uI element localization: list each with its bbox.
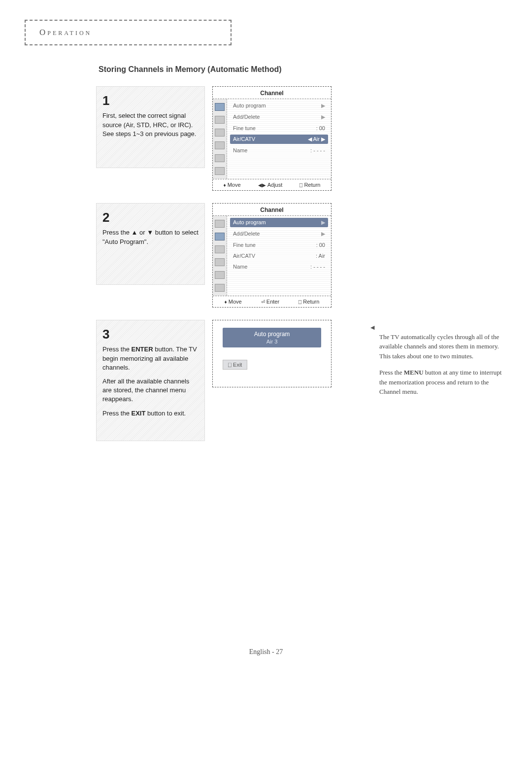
- step-1-number: 1: [102, 92, 199, 109]
- osd2-navbar: ♦Move ⏎Enter ⎕Return: [213, 296, 331, 307]
- settings-icon: [215, 167, 225, 175]
- section-header-box: Operation: [25, 20, 232, 45]
- antenna-icon: [215, 233, 225, 241]
- osd2-row-autoprogram-selected: Auto program▶: [230, 218, 328, 227]
- dialog-badge: Auto program Air 3: [223, 328, 321, 347]
- side-note-p1: The TV automatically cycles through all …: [379, 332, 507, 361]
- step-3-row: 3 Press the ENTER button. The TV begin m…: [96, 320, 507, 441]
- osd1-row-name: Name: - - - -: [230, 146, 328, 155]
- list-icon: [215, 129, 225, 137]
- step-3-number: 3: [102, 325, 199, 343]
- speaker-icon: [215, 141, 225, 149]
- step-2-arrows: ▲ or ▼: [132, 229, 154, 236]
- leftright-icon: ◀▶: [258, 182, 266, 188]
- updown-icon: ♦: [225, 299, 227, 305]
- osd1-title: Channel: [213, 87, 331, 99]
- step-2-box: 2 Press the ▲ or ▼ button to select "Aut…: [96, 203, 205, 285]
- dialog-sub: Air 3: [223, 339, 321, 344]
- dialog-exit: ⎕ Exit: [223, 360, 247, 370]
- step-2-row: 2 Press the ▲ or ▼ button to select "Aut…: [96, 203, 507, 308]
- step-2-text-a: Press the: [102, 229, 132, 236]
- tools-icon: [215, 271, 225, 279]
- step-3-p3a: Press the: [102, 410, 132, 417]
- settings-icon: [215, 284, 225, 292]
- list-icon: [215, 245, 225, 253]
- return-icon: ⎕: [299, 182, 302, 188]
- osd2-row-adddelete: Add/Delete▶: [230, 229, 328, 239]
- return-icon: ⎕: [299, 299, 301, 305]
- osd1-row-autoprogram: Auto program▶: [230, 101, 328, 110]
- nav-move: ♦Move: [224, 182, 241, 188]
- osd-screenshot-3: Auto program Air 3 ⎕ Exit: [212, 320, 332, 387]
- step-1-row: 1 First, select the correct signal sourc…: [96, 86, 507, 191]
- step-3-p1a: Press the: [102, 345, 132, 353]
- osd-screenshot-1: Channel Auto program▶ Add/Delete▶ Fine t…: [212, 86, 332, 191]
- enter-icon: ⏎: [261, 299, 265, 305]
- section-header: Operation: [39, 28, 92, 37]
- side-note: The TV automatically cycles through all …: [370, 322, 507, 397]
- osd1-row-adddelete: Add/Delete▶: [230, 112, 328, 122]
- nav-enter: ⏎Enter: [261, 299, 279, 305]
- antenna-icon: [215, 116, 225, 124]
- step-3-box: 3 Press the ENTER button. The TV begin m…: [96, 320, 205, 441]
- tv-icon: [215, 103, 225, 111]
- page-footer: English - 27: [25, 648, 507, 656]
- speaker-icon: [215, 258, 225, 266]
- step-2-number: 2: [102, 208, 199, 226]
- osd2-title: Channel: [213, 204, 331, 216]
- dialog-title: Auto program: [254, 331, 290, 338]
- tv-icon: [215, 220, 225, 228]
- step-3-enter: ENTER: [132, 345, 153, 353]
- osd2-row-aircatv: Air/CATV: Air: [230, 251, 328, 260]
- step-3-p3b: button to exit.: [145, 410, 186, 417]
- nav-return: ⎕Return: [299, 299, 319, 305]
- osd2-row-name: Name: - - - -: [230, 262, 328, 271]
- osd2-row-finetune: Fine tune: 00: [230, 241, 328, 249]
- step-3-p2: After all the available channels are sto…: [102, 378, 189, 403]
- page-title: Storing Channels in Memory (Automatic Me…: [99, 65, 507, 74]
- tools-icon: [215, 154, 225, 162]
- osd1-row-aircatv-selected: Air/CATV◀ Air ▶: [230, 135, 328, 144]
- step-3-exit: EXIT: [132, 410, 146, 417]
- side-note-p2: Press the MENU button at any time to int…: [379, 368, 507, 397]
- nav-adjust: ◀▶Adjust: [258, 182, 283, 188]
- osd-screenshot-2: Channel Auto program▶ Add/Delete▶ Fine t…: [212, 203, 332, 308]
- updown-icon: ♦: [224, 182, 226, 188]
- step-1-box: 1 First, select the correct signal sourc…: [96, 86, 205, 168]
- osd1-row-finetune: Fine tune: 00: [230, 124, 328, 133]
- nav-return: ⎕Return: [299, 182, 320, 188]
- step-1-text: First, select the correct signal source …: [102, 112, 196, 137]
- osd1-navbar: ♦Move ◀▶Adjust ⎕Return: [213, 179, 331, 190]
- nav-move: ♦Move: [225, 299, 242, 305]
